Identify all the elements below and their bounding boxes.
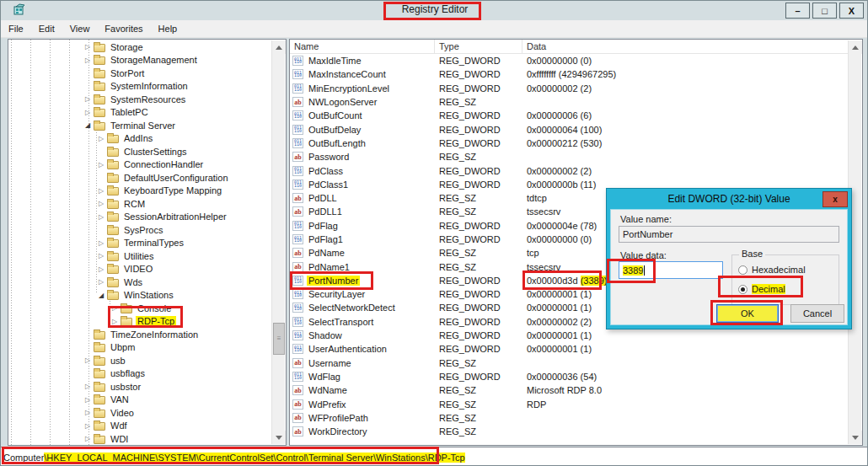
menu-help[interactable]: Help — [151, 21, 185, 36]
tree-item-timezoneinformation[interactable]: TimeZoneInformation — [8, 328, 271, 341]
value-row-nwlogonserver[interactable]: abNWLogonServerREG_SZ — [290, 95, 848, 109]
column-header-type[interactable]: Type — [435, 40, 522, 53]
scroll-up-icon[interactable] — [849, 40, 862, 54]
expand-arrow-icon[interactable]: ▷ — [96, 200, 106, 207]
value-row-password[interactable]: abPasswordREG_SZ — [290, 150, 848, 163]
tree-item-terminal-server[interactable]: ◢Terminal Server — [8, 119, 271, 132]
value-row-outbuflength[interactable]: 011 110OutBufLengthREG_DWORD0x00000212 (… — [290, 137, 848, 150]
tree-item-sessionarbitrationhelper[interactable]: ▷SessionArbitrationHelper — [8, 211, 271, 224]
maximize-button[interactable]: □ — [812, 3, 837, 19]
value-row-wfprofilepath[interactable]: abWFProfilePathREG_SZ — [290, 411, 848, 425]
dialog-close-icon[interactable]: x — [822, 191, 848, 207]
expand-arrow-icon[interactable]: ▷ — [83, 409, 93, 416]
value-row-shadow[interactable]: 011 110ShadowREG_DWORD0x00000001 (1) — [290, 329, 848, 342]
cancel-button[interactable]: Cancel — [790, 304, 844, 323]
close-button[interactable]: X — [839, 3, 864, 19]
tree-item-winstations[interactable]: ◢WinStations — [8, 289, 271, 303]
tree-item-connectionhandler[interactable]: ▷ConnectionHandler — [8, 158, 271, 172]
column-header-data[interactable]: Data — [522, 40, 848, 53]
expand-arrow-icon[interactable]: ▷ — [83, 383, 93, 390]
tree-item-storagemanagement[interactable]: ▷StorageManagement — [8, 54, 271, 67]
tree-item-console[interactable]: ▷Console — [8, 302, 271, 315]
tree-item-van[interactable]: ▷VAN — [8, 394, 271, 407]
menu-view[interactable]: View — [62, 21, 98, 36]
column-header-name[interactable]: Name — [290, 40, 435, 53]
value-row-userauthentication[interactable]: 011 110UserAuthenticationREG_DWORD0x0000… — [290, 342, 848, 356]
minimize-button[interactable]: – — [785, 3, 810, 19]
expand-arrow-icon[interactable]: ▷ — [96, 265, 106, 273]
tree-item-systemresources[interactable]: ▷SystemResources — [8, 93, 271, 106]
value-row-wdflag[interactable]: 011 110WdFlagREG_DWORD0x00000036 (54) — [290, 370, 848, 383]
value-row-maxinstancecount[interactable]: 011 110MaxInstanceCountREG_DWORD0xffffff… — [290, 67, 848, 81]
tree-item-wds[interactable]: ▷Wds — [8, 276, 271, 289]
expand-arrow-icon[interactable]: ▷ — [83, 422, 93, 430]
tree-item-sysprocs[interactable]: SysProcs — [8, 223, 271, 237]
expand-arrow-icon[interactable]: ▷ — [96, 252, 106, 260]
tree-item-video[interactable]: ▷Video — [8, 406, 271, 420]
value-type-text: REG_DWORD — [439, 289, 501, 299]
radio-decimal[interactable]: Decimal — [738, 284, 785, 294]
value-row-minencryptionlevel[interactable]: 011 110MinEncryptionLevelREG_DWORD0x0000… — [290, 82, 848, 95]
expand-arrow-icon[interactable]: ▷ — [83, 56, 93, 64]
expand-arrow-icon[interactable]: ▷ — [83, 43, 93, 51]
value-data-input[interactable]: 3389 — [619, 261, 723, 279]
value-row-wdname[interactable]: abWdNameREG_SZMicrosoft RDP 8.0 — [290, 383, 848, 397]
tree-item-storport[interactable]: StorPort — [8, 67, 271, 80]
value-row-outbufdelay[interactable]: 011 110OutBufDelayREG_DWORD0x00000064 (1… — [290, 122, 848, 136]
expand-arrow-icon[interactable]: ▷ — [83, 435, 93, 442]
value-row-outbufcount[interactable]: 011 110OutBufCountREG_DWORD0x00000006 (6… — [290, 109, 848, 122]
tree-item-utilities[interactable]: ▷Utilities — [8, 249, 271, 263]
value-row-username[interactable]: abUsernameREG_SZ — [290, 356, 848, 370]
value-row-workdirectory[interactable]: abWorkDirectoryREG_SZ — [290, 425, 848, 438]
tree-item-usb[interactable]: ▷usb — [8, 354, 271, 367]
tree-item-wdf[interactable]: ▷Wdf — [8, 420, 271, 433]
value-name-cell: 011 110MaxIdleTime — [290, 56, 435, 66]
expand-arrow-icon[interactable]: ▷ — [110, 304, 120, 312]
expand-arrow-icon[interactable]: ▷ — [83, 95, 93, 103]
tree-scrollbar-thumb[interactable]: ≡ — [273, 323, 285, 355]
tree-scrollbar[interactable]: ≡ — [271, 40, 285, 444]
tree-item-tabletpc[interactable]: ▷TabletPC — [8, 106, 271, 120]
ok-button[interactable]: OK — [716, 304, 779, 323]
tree-item-wdi[interactable]: ▷WDI — [8, 432, 271, 446]
scroll-down-icon[interactable] — [272, 431, 286, 444]
expand-arrow-icon[interactable]: ▷ — [96, 213, 106, 221]
radio-button-selected-icon[interactable] — [738, 285, 747, 294]
value-row-pdclass[interactable]: 011 110PdClassREG_DWORD0x00000002 (2) — [290, 163, 848, 177]
tree-item-ubpm[interactable]: Ubpm — [8, 341, 271, 355]
tree-item-video[interactable]: ▷VIDEO — [8, 263, 271, 276]
expand-arrow-icon[interactable]: ▷ — [96, 161, 106, 169]
tree-item-usbflags[interactable]: usbflags — [8, 367, 271, 381]
menu-edit[interactable]: Edit — [31, 21, 62, 36]
collapse-arrow-icon[interactable]: ◢ — [96, 292, 106, 299]
tree-item-rcm[interactable]: ▷RCM — [8, 197, 271, 211]
value-name-field[interactable]: PortNumber — [619, 226, 839, 243]
tree-item-usbstor[interactable]: ▷usbstor — [8, 380, 271, 394]
value-row-wdprefix[interactable]: abWdPrefixREG_SZRDP — [290, 397, 848, 410]
expand-arrow-icon[interactable]: ▷ — [83, 356, 93, 364]
menu-favorites[interactable]: Favorites — [97, 21, 150, 36]
menu-file[interactable]: File — [1, 21, 31, 36]
tree-item-systeminformation[interactable]: SystemInformation — [8, 80, 271, 94]
expand-arrow-icon[interactable]: ▷ — [96, 135, 106, 142]
value-type-cell: REG_DWORD — [435, 344, 522, 354]
radio-button-icon[interactable] — [738, 265, 747, 275]
expand-arrow-icon[interactable]: ▷ — [96, 278, 106, 286]
expand-arrow-icon[interactable]: ▷ — [96, 239, 106, 247]
expand-arrow-icon[interactable]: ▷ — [83, 109, 93, 116]
tree-item-clustersettings[interactable]: ClusterSettings — [8, 145, 271, 158]
tree-item-rdp-tcp[interactable]: ▷RDP-Tcp — [8, 315, 271, 329]
tree-item-keyboardtype-mapping[interactable]: ▷KeyboardType Mapping — [8, 185, 271, 198]
scroll-up-icon[interactable] — [272, 40, 286, 54]
radio-hexadecimal[interactable]: Hexadecimal — [738, 265, 806, 275]
expand-arrow-icon[interactable]: ▷ — [83, 396, 93, 404]
scroll-down-icon[interactable] — [849, 431, 862, 444]
tree-item-defaultuserconfiguration[interactable]: DefaultUserConfiguration — [8, 171, 271, 185]
expand-arrow-icon[interactable]: ▷ — [96, 187, 106, 195]
expand-arrow-icon[interactable]: ▷ — [110, 318, 120, 325]
value-row-maxidletime[interactable]: 011 110MaxIdleTimeREG_DWORD0x00000000 (0… — [290, 54, 848, 67]
tree-item-storage[interactable]: ▷Storage — [8, 40, 271, 54]
tree-item-addins[interactable]: ▷AddIns — [8, 132, 271, 146]
collapse-arrow-icon[interactable]: ◢ — [83, 121, 93, 129]
tree-item-terminaltypes[interactable]: ▷TerminalTypes — [8, 237, 271, 250]
